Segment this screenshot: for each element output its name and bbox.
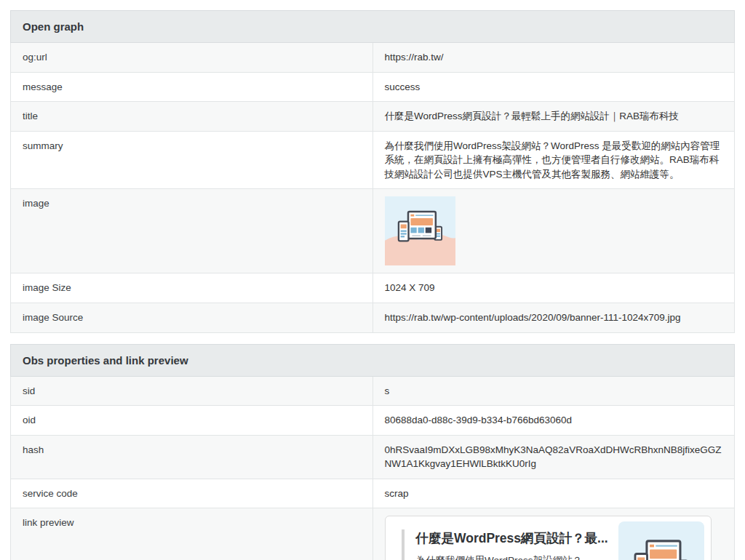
- row-label: oid: [11, 406, 373, 436]
- summary-value: 為什麼我們使用WordPress架設網站？WordPress 是最受歡迎的網站內…: [372, 131, 735, 189]
- oid-value: 80688da0-d88c-39d9-b334-b766bd63060d: [372, 406, 735, 436]
- link-preview-text: 什麼是WordPress網頁設計？最... 為什麼我們使用WordPress架設…: [402, 529, 608, 560]
- row-label: sid: [11, 376, 373, 406]
- table-row: service code scrap: [11, 479, 735, 508]
- link-preview-cell: 什麼是WordPress網頁設計？最... 為什麼我們使用WordPress架設…: [372, 508, 735, 560]
- row-label: service code: [11, 479, 373, 508]
- table-row: summary 為什麼我們使用WordPress架設網站？WordPress 是…: [11, 131, 735, 189]
- message-value: success: [372, 72, 735, 102]
- table-row: oid 80688da0-d88c-39d9-b334-b766bd63060d: [11, 406, 735, 436]
- banner-illustration-icon: [385, 196, 455, 265]
- image-size-value: 1024 X 709: [372, 273, 735, 303]
- banner-illustration-icon: [618, 521, 704, 560]
- table-row: message success: [11, 72, 735, 102]
- link-preview-thumbnail: [618, 521, 704, 560]
- table-row: image Size 1024 X 709: [11, 273, 735, 303]
- hash-value: 0hRSvaaI9mDXxLGB98xMhyK3NaAQ82aVRoaXdDHW…: [372, 435, 735, 479]
- obs-header-row: Obs properties and link preview: [11, 344, 735, 376]
- table-row: image: [11, 189, 735, 273]
- obs-section-title: Obs properties and link preview: [11, 344, 735, 376]
- table-row: og:url https://rab.tw/: [11, 43, 735, 73]
- link-preview-card[interactable]: 什麼是WordPress網頁設計？最... 為什麼我們使用WordPress架設…: [385, 516, 712, 560]
- obs-properties-table: Obs properties and link preview sid s oi…: [10, 344, 735, 560]
- table-row: image Source https://rab.tw/wp-content/u…: [11, 303, 735, 332]
- service-code-value: scrap: [372, 479, 735, 508]
- table-row: title 什麼是WordPress網頁設計？最輕鬆上手的網站設計｜RAB瑞布科…: [11, 102, 735, 132]
- row-label: link preview: [11, 508, 373, 560]
- title-value: 什麼是WordPress網頁設計？最輕鬆上手的網站設計｜RAB瑞布科技: [372, 102, 735, 132]
- link-preview-title: 什麼是WordPress網頁設計？最...: [416, 529, 608, 548]
- table-row: sid s: [11, 376, 735, 406]
- open-graph-section-title: Open graph: [11, 11, 735, 43]
- row-label: hash: [11, 435, 373, 479]
- row-label: message: [11, 72, 373, 102]
- row-label: title: [11, 102, 373, 132]
- link-preview-description: 為什麼我們使用WordPress架設網站？ WordPress 是最受歡迎的網站…: [416, 553, 608, 560]
- og-image-cell: [372, 189, 735, 273]
- page: Open graph og:url https://rab.tw/ messag…: [0, 0, 745, 560]
- table-row: link preview 什麼是WordPress網頁設計？最... 為什麼我們…: [11, 508, 735, 560]
- og-image-thumbnail: [385, 196, 455, 265]
- row-label: image: [11, 189, 373, 273]
- link-preview-description-line1: 為什麼我們使用WordPress架設網站？: [416, 553, 608, 560]
- row-label: summary: [11, 131, 373, 189]
- open-graph-table: Open graph og:url https://rab.tw/ messag…: [10, 10, 735, 333]
- table-row: hash 0hRSvaaI9mDXxLGB98xMhyK3NaAQ82aVRoa…: [11, 435, 735, 479]
- row-label: image Source: [11, 303, 373, 332]
- image-source-value: https://rab.tw/wp-content/uploads/2020/0…: [372, 303, 735, 332]
- og-url-value: https://rab.tw/: [372, 43, 735, 73]
- sid-value: s: [372, 376, 735, 406]
- open-graph-header-row: Open graph: [11, 11, 735, 43]
- row-label: og:url: [11, 43, 373, 73]
- row-label: image Size: [11, 273, 373, 303]
